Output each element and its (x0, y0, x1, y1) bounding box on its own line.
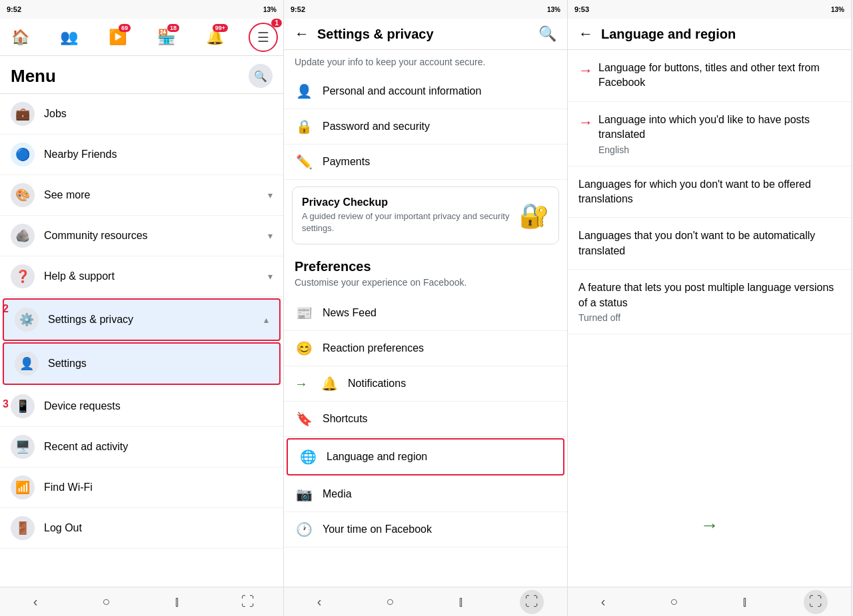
home-icon[interactable]: 🏠 (5, 23, 35, 52)
settings-back-button[interactable]: ← (295, 25, 309, 43)
menu-item-see-more[interactable]: 🎨 See more ▾ (0, 175, 283, 216)
lang-back-button[interactable]: ← (578, 25, 593, 43)
menu-item-help[interactable]: ❓ Help & support ▾ (0, 256, 283, 297)
status-bar-2: 9:52 13% (284, 0, 567, 19)
jobs-label: Jobs (44, 108, 273, 120)
bell-icon[interactable]: 🔔 99+ (200, 23, 229, 52)
panel-language: 9:53 13% ← Language and region → Languag… (568, 0, 852, 616)
status-battery-1: 13% (263, 6, 277, 13)
recents-btn-1[interactable]: ⫿ (165, 590, 189, 614)
settings-item-personal[interactable]: 👤 Personal and account information (284, 74, 567, 109)
logout-icon: 🚪 (11, 516, 35, 540)
menu-button[interactable]: ☰ 1 (249, 23, 278, 52)
help-label: Help & support (44, 270, 259, 282)
friends-icon[interactable]: 👥 (54, 23, 83, 52)
lang-page-title: Language and region (601, 27, 736, 42)
settings-privacy-chevron: ▴ (264, 314, 269, 325)
help-icon: ❓ (11, 264, 35, 288)
menu-item-device-requests[interactable]: 📱 Device requests (0, 386, 283, 427)
privacy-card-desc: A guided review of your important privac… (302, 210, 511, 234)
settings-intro: Update your info to keep your account se… (284, 50, 567, 74)
watch-icon[interactable]: ▶️ 69 (103, 23, 132, 52)
settings-item-media[interactable]: 📷 Media (284, 477, 567, 512)
privacy-checkup-card[interactable]: Privacy Checkup A guided review of your … (292, 186, 559, 244)
marketplace-icon[interactable]: 🏪 18 (151, 23, 181, 52)
lang-item-no-translations[interactable]: Languages for which you don't want to be… (568, 166, 851, 218)
home-btn-3[interactable]: ○ (662, 590, 686, 614)
panel-menu: 9:52 13% 🏠 👥 ▶️ 69 🏪 18 🔔 99+ ☰ 1 Menu 🔍 (0, 0, 284, 616)
lang-item-no-auto[interactable]: Languages that you don't want to be auto… (568, 218, 851, 270)
lang-no-auto-title: Languages that you don't want to be auto… (578, 228, 840, 258)
menu-item-community[interactable]: 🪨 Community resources ▾ (0, 216, 283, 256)
status-time-3: 9:53 (574, 5, 589, 13)
personal-label: Personal and account information (323, 85, 481, 97)
settings-item-news-feed[interactable]: 📰 News Feed (284, 296, 567, 331)
nearby-friends-icon: 🔵 (11, 143, 35, 166)
settings-item-notifications[interactable]: → 🔔 Notifications (284, 366, 567, 402)
annotation-3: 3 (3, 398, 9, 410)
status-battery-2: 13% (547, 6, 560, 13)
red-arrow-1: → (578, 62, 593, 79)
help-chevron: ▾ (268, 271, 273, 282)
menu-search-button[interactable]: 🔍 (249, 64, 273, 88)
nearby-friends-label: Nearby Friends (44, 149, 273, 160)
settings-header: ← Settings & privacy 🔍 (284, 19, 567, 50)
community-label: Community resources (44, 230, 259, 242)
menu-item-settings[interactable]: 👤 Settings (3, 342, 281, 385)
home-btn-1[interactable]: ○ (94, 590, 118, 614)
settings-icon: 👤 (15, 352, 39, 376)
media-icon: 📷 (295, 486, 313, 502)
find-wifi-icon: 📶 (11, 475, 35, 499)
recents-btn-3[interactable]: ⫿ (733, 590, 757, 614)
lang-posts-title: Language into which you'd like to have p… (598, 113, 840, 143)
preferences-title: Preferences (284, 251, 567, 277)
bottom-nav-3: ‹ ○ ⫿ ⛶ (568, 587, 851, 616)
reaction-prefs-label: Reaction preferences (323, 342, 424, 354)
menu-item-settings-privacy[interactable]: ⚙️ Settings & privacy ▴ (3, 298, 281, 341)
status-bar-3: 9:53 13% (568, 0, 851, 19)
menu-item-recent-ad[interactable]: 🖥️ Recent ad activity (0, 427, 283, 467)
recents-btn-2[interactable]: ⫿ (449, 590, 473, 614)
recent-ad-label: Recent ad activity (44, 441, 273, 453)
fullscreen-btn-3[interactable]: ⛶ (804, 590, 828, 614)
community-chevron: ▾ (268, 230, 273, 241)
fullscreen-btn-1[interactable]: ⛶ (236, 590, 260, 614)
payments-icon: ✏️ (295, 154, 313, 170)
menu-header: Menu 🔍 (0, 56, 283, 94)
settings-item-reaction-prefs[interactable]: 😊 Reaction preferences (284, 331, 567, 366)
settings-content: Update your info to keep your account se… (284, 50, 567, 587)
see-more-label: See more (44, 189, 259, 201)
settings-item-your-time[interactable]: 🕐 Your time on Facebook (284, 512, 567, 547)
menu-item-jobs[interactable]: 💼 Jobs (0, 94, 283, 135)
nav-bar-1: 🏠 👥 ▶️ 69 🏪 18 🔔 99+ ☰ 1 (0, 19, 283, 56)
logout-label: Log Out (44, 522, 273, 534)
settings-item-language-region[interactable]: 🌐 Language and region (287, 438, 564, 475)
status-time-2: 9:52 (291, 5, 305, 13)
settings-search-button[interactable]: 🔍 (538, 25, 556, 43)
menu-title: Menu (11, 66, 56, 87)
preferences-subtitle: Customise your experience on Facebook. (284, 277, 567, 296)
settings-item-payments[interactable]: ✏️ Payments (284, 145, 567, 180)
home-btn-2[interactable]: ○ (378, 590, 402, 614)
lang-item-posts-translated[interactable]: → Language into which you'd like to have… (568, 102, 851, 166)
lang-header: ← Language and region (568, 19, 851, 50)
recent-ad-icon: 🖥️ (11, 435, 35, 459)
menu-item-find-wifi[interactable]: 📶 Find Wi-Fi (0, 467, 283, 508)
lang-item-multi[interactable]: A feature that lets you post multiple la… (568, 270, 851, 334)
lang-item-buttons[interactable]: → Language for buttons, titles and other… (568, 50, 851, 102)
menu-item-nearby-friends[interactable]: 🔵 Nearby Friends (0, 135, 283, 175)
back-btn-2[interactable]: ‹ (307, 590, 331, 614)
settings-privacy-label: Settings & privacy (48, 314, 255, 326)
privacy-card-icon: 🔐 (519, 202, 549, 230)
reaction-prefs-icon: 😊 (295, 340, 313, 356)
fullscreen-btn-2[interactable]: ⛶ (520, 590, 544, 614)
settings-item-shortcuts[interactable]: 🔖 Shortcuts (284, 402, 567, 437)
back-btn-3[interactable]: ‹ (591, 590, 615, 614)
back-btn-1[interactable]: ‹ (23, 590, 47, 614)
your-time-icon: 🕐 (295, 521, 313, 537)
settings-item-password[interactable]: 🔒 Password and security (284, 109, 567, 145)
jobs-icon: 💼 (11, 102, 35, 126)
language-region-label: Language and region (327, 451, 427, 463)
menu-item-logout[interactable]: 🚪 Log Out (0, 508, 283, 549)
status-bar-1: 9:52 13% (0, 0, 283, 19)
